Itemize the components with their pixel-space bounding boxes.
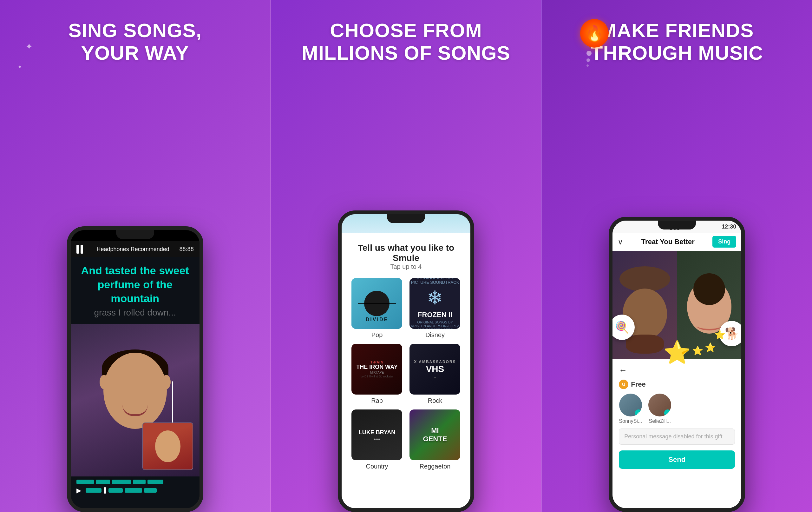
headphones-text: Headphones Recommended bbox=[97, 246, 169, 253]
star-small-1: ⭐ bbox=[705, 342, 716, 353]
avatar-check-2: ✓ bbox=[664, 409, 671, 416]
lyric-line-next: grass I rolled down... bbox=[78, 307, 192, 318]
album-rock-art: X AMBASSADORS VHS ● bbox=[409, 344, 460, 395]
p3-avatars-row: ✓ SonnySi... ✓ SelieZill... bbox=[619, 394, 735, 424]
phone-2-wrapper: Tell us what you like to Smule Tap up to… bbox=[338, 211, 474, 512]
p3-free-badge: U Free bbox=[619, 380, 735, 389]
lyric-text-1: And tasted the sweet bbox=[78, 264, 192, 277]
genre-art-disney: ORIGINAL MOTION PICTURE SOUNDTRACK ❄ FRO… bbox=[409, 278, 460, 329]
p3-video-area: 🍭 🐕 ⭐ ⭐ ⭐ ⭐ bbox=[612, 251, 741, 359]
genre-subtitle: Tap up to 4 bbox=[350, 263, 462, 270]
phone-1-wrapper: Headphones Recommended 88:88 And tasted … bbox=[67, 226, 203, 512]
genre-header: Tell us what you like to Smule Tap up to… bbox=[350, 243, 462, 270]
lyric-line-1: And tasted the sweet perfume of the moun… bbox=[78, 264, 192, 306]
genre-art-pop: DIVIDE bbox=[351, 278, 402, 329]
p3-avatar-circle-1: ✓ bbox=[619, 394, 642, 416]
snowflake-icon: ❄ bbox=[427, 287, 443, 309]
genre-item-rap[interactable]: T-PAIN THE IRON WAY MIXTAPE by DJ ill wi… bbox=[350, 344, 403, 404]
panel-make-friends: 🔥 MAKE FRIENDS THROUGH MUSIC ▼ ▌▌▌ ▮ bbox=[542, 0, 812, 512]
panel-1-title-line1: SING SONGS, bbox=[68, 19, 202, 42]
genre-item-disney[interactable]: ORIGINAL MOTION PICTURE SOUNDTRACK ❄ FRO… bbox=[409, 278, 462, 339]
panel-sing-songs: ✦ ✦ SING SONGS, YOUR WAY Headphones Reco… bbox=[0, 0, 270, 512]
p3-back-row: ← bbox=[619, 365, 735, 375]
pip-person bbox=[143, 423, 193, 469]
panel-3-title-line1: MAKE FRIENDS bbox=[591, 19, 763, 42]
dot-medium bbox=[586, 58, 590, 62]
phone-3-wrapper: ▼ ▌▌▌ ▮ 12:30 ∨ Treat You Better Sing bbox=[609, 217, 745, 512]
panel-2-title: CHOOSE FROM MILLIONS OF SONGS bbox=[302, 19, 510, 64]
p3-song-title: Treat You Better bbox=[641, 238, 695, 246]
phone-1-notch bbox=[116, 230, 154, 239]
album-rap-art: T-PAIN THE IRON WAY MIXTAPE by DJ ill wi… bbox=[351, 344, 402, 395]
genre-item-rock[interactable]: X AMBASSADORS VHS ● Rock bbox=[409, 344, 462, 404]
p3-avatar-item-2[interactable]: ✓ SelieZill... bbox=[648, 394, 671, 424]
star-small-2: ⭐ bbox=[714, 329, 725, 340]
phone-1-controls: Headphones Recommended 88:88 bbox=[71, 241, 200, 257]
p3-back-arrow[interactable]: ← bbox=[619, 365, 627, 375]
panel-3-title-line2: THROUGH MUSIC bbox=[591, 42, 763, 64]
star-decoration-2: ✦ bbox=[18, 63, 22, 71]
avatar-check-1: ✓ bbox=[635, 409, 642, 416]
genre-title: Tell us what you like to Smule bbox=[350, 243, 462, 263]
phone-3-notch bbox=[658, 221, 696, 230]
ear-left bbox=[99, 375, 109, 389]
lyrics-area: And tasted the sweet perfume of the moun… bbox=[71, 257, 200, 324]
p3-send-button[interactable]: Send bbox=[619, 451, 735, 469]
ear-right bbox=[162, 375, 171, 389]
star-decoration-1: ✦ bbox=[25, 41, 33, 52]
p3-avatar-name-1: SonnySi... bbox=[619, 419, 642, 424]
genre-item-pop[interactable]: DIVIDE Pop bbox=[350, 278, 403, 339]
genre-art-country: LUKE BRYAN ●●● bbox=[351, 409, 402, 460]
p3-clock: 12:30 bbox=[722, 223, 736, 230]
pip-face bbox=[155, 430, 180, 462]
waveform-row-1 bbox=[77, 480, 194, 484]
free-text: Free bbox=[631, 380, 645, 388]
phone-1: Headphones Recommended 88:88 And tasted … bbox=[67, 226, 203, 512]
p3-back-chevron[interactable]: ∨ bbox=[617, 237, 623, 246]
waveform-row-2: ▶ bbox=[77, 487, 194, 494]
p3-avatar-item-1[interactable]: ✓ SonnySi... bbox=[619, 394, 642, 424]
pip-video bbox=[142, 423, 193, 470]
album-divide: DIVIDE bbox=[351, 278, 402, 329]
album-frozen: ORIGINAL MOTION PICTURE SOUNDTRACK ❄ FRO… bbox=[409, 278, 460, 329]
phone-3-screen: ▼ ▌▌▌ ▮ 12:30 ∨ Treat You Better Sing bbox=[612, 221, 741, 508]
genre-label-pop: Pop bbox=[371, 331, 383, 339]
genre-item-country[interactable]: LUKE BRYAN ●●● Country bbox=[350, 409, 403, 470]
genre-art-rap: T-PAIN THE IRON WAY MIXTAPE by DJ ill wi… bbox=[351, 344, 402, 395]
phone-3: ▼ ▌▌▌ ▮ 12:30 ∨ Treat You Better Sing bbox=[609, 217, 745, 512]
pause-button[interactable] bbox=[77, 244, 87, 254]
genre-label-rap: Rap bbox=[371, 397, 383, 404]
phone-1-screen: Headphones Recommended 88:88 And tasted … bbox=[71, 230, 200, 508]
genre-art-rock: X AMBASSADORS VHS ● bbox=[409, 344, 460, 395]
genre-item-reggaeton[interactable]: MI GENTE Reggaeton bbox=[409, 409, 462, 470]
lyric-text-2: perfume of the mountain bbox=[78, 277, 192, 305]
fire-emoji-decoration: 🔥 bbox=[580, 19, 609, 48]
singer-video-area bbox=[71, 324, 200, 477]
free-coin-icon: U bbox=[619, 380, 628, 389]
genre-label-rock: Rock bbox=[428, 397, 442, 404]
panel-1-title: SING SONGS, YOUR WAY bbox=[68, 19, 202, 64]
p3-avatar-name-2: SelieZill... bbox=[649, 419, 671, 424]
phone-2: Tell us what you like to Smule Tap up to… bbox=[338, 211, 474, 512]
p3-sing-button[interactable]: Sing bbox=[713, 236, 736, 248]
panel-3-title: MAKE FRIENDS THROUGH MUSIC bbox=[591, 19, 763, 64]
phone-2-screen: Tell us what you like to Smule Tap up to… bbox=[342, 214, 470, 508]
genre-label-disney: Disney bbox=[425, 331, 445, 339]
play-button-small[interactable]: ▶ bbox=[77, 487, 81, 494]
star-small-3: ⭐ bbox=[692, 345, 703, 356]
genre-label-country: Country bbox=[366, 463, 388, 470]
panel-choose-songs: CHOOSE FROM MILLIONS OF SONGS Tell us wh… bbox=[270, 0, 542, 512]
phone-2-notch bbox=[387, 214, 425, 223]
dot-small bbox=[586, 64, 589, 67]
star-animation: ⭐ bbox=[663, 339, 691, 365]
p3-avatar-circle-2: ✓ bbox=[648, 394, 671, 416]
panel-2-title-line1: CHOOSE FROM bbox=[302, 19, 510, 42]
p3-message-input[interactable]: Personal message disabled for this gift bbox=[619, 429, 735, 445]
genre-grid: DIVIDE Pop ORIGINAL MOTION PICTURE SOUND… bbox=[350, 278, 462, 470]
face-oval bbox=[104, 353, 167, 429]
waveform-area: ▶ bbox=[71, 477, 200, 508]
genre-selector: Tell us what you like to Smule Tap up to… bbox=[342, 233, 470, 508]
genre-art-reggaeton: MI GENTE bbox=[409, 409, 460, 460]
p3-gift-area: ← U Free ✓ SonnySi... bbox=[612, 359, 741, 508]
panel-2-title-line2: MILLIONS OF SONGS bbox=[302, 42, 510, 64]
